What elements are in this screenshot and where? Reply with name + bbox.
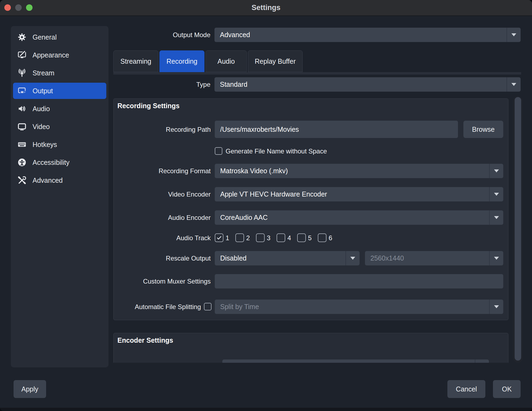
rescale-output-value: Disabled (215, 254, 345, 262)
gear-icon (17, 33, 27, 42)
sidebar-item-hotkeys[interactable]: Hotkeys (13, 136, 106, 153)
recording-path-label: Recording Path (114, 126, 211, 133)
audio-track-3-label: 3 (267, 234, 270, 242)
video-encoder-label: Video Encoder (114, 190, 211, 198)
chevron-down-icon (475, 359, 489, 363)
audio-encoder-select[interactable]: CoreAudio AAC (215, 210, 503, 225)
audio-encoder-value: CoreAudio AAC (215, 214, 489, 221)
antenna-icon (17, 68, 27, 78)
appearance-icon (17, 50, 27, 60)
chevron-down-icon (490, 300, 503, 314)
settings-window: Settings General Appearance Stream Outp (0, 0, 532, 411)
chevron-down-icon (507, 28, 521, 42)
monitor-icon (17, 122, 27, 131)
keyboard-icon (17, 140, 27, 149)
automatic-file-splitting-checkbox[interactable] (204, 303, 211, 310)
output-icon (17, 86, 27, 95)
sidebar-item-label: Appearance (33, 51, 69, 59)
recording-format-select[interactable]: Matroska Video (.mkv) (215, 164, 503, 178)
tab-audio[interactable]: Audio (206, 50, 247, 72)
split-mode-value: Split by Time (215, 303, 489, 311)
output-tabs: Streaming Recording Audio Replay Buffer (113, 50, 303, 72)
audio-track-6-checkbox[interactable] (318, 233, 326, 242)
chevron-down-icon (346, 251, 360, 265)
audio-track-1-checkbox[interactable] (215, 233, 223, 242)
sidebar-item-label: Video (33, 123, 50, 131)
sidebar-item-stream[interactable]: Stream (13, 64, 106, 82)
sidebar: General Appearance Stream Output Audio (11, 26, 108, 367)
audio-track-label: Audio Track (114, 234, 211, 242)
sidebar-item-general[interactable]: General (13, 28, 106, 46)
rescale-output-select[interactable]: Disabled (215, 251, 360, 265)
recording-format-label: Recording Format (114, 167, 211, 175)
chevron-down-icon (490, 210, 503, 225)
audio-track-5-checkbox[interactable] (297, 233, 306, 242)
encoder-setting-select[interactable] (222, 359, 489, 363)
browse-button[interactable]: Browse (463, 121, 503, 138)
scrollbar-thumb[interactable] (515, 97, 521, 361)
recording-settings-title: Recording Settings (117, 102, 180, 110)
sidebar-item-label: Hotkeys (33, 141, 57, 149)
chevron-down-icon (507, 77, 521, 92)
output-mode-label: Output Mode (114, 31, 210, 39)
rescale-resolution-select[interactable]: 2560x1440 (365, 251, 503, 265)
output-mode-select[interactable]: Advanced (214, 28, 521, 42)
audio-track-4-label: 4 (287, 234, 291, 242)
apply-button[interactable]: Apply (14, 380, 46, 398)
generate-file-name-checkbox[interactable] (215, 147, 222, 155)
sidebar-item-video[interactable]: Video (13, 118, 106, 136)
settings-scroll-area: Recording Settings Recording Path /Users… (113, 98, 508, 363)
tab-streaming[interactable]: Streaming (113, 50, 158, 72)
sidebar-item-label: Accessibility (33, 159, 69, 166)
window-bottom-edge (0, 408, 532, 411)
recording-format-value: Matroska Video (.mkv) (215, 167, 489, 175)
sidebar-item-audio[interactable]: Audio (13, 100, 106, 118)
automatic-file-splitting-label: Automatic File Splitting (114, 303, 201, 311)
encoder-settings-panel: Encoder Settings (113, 333, 508, 363)
rescale-resolution-value: 2560x1440 (365, 254, 489, 262)
audio-track-2-checkbox[interactable] (235, 233, 244, 242)
sidebar-item-advanced[interactable]: Advanced (13, 171, 106, 189)
sidebar-item-label: Audio (33, 105, 50, 113)
chevron-down-icon (490, 164, 503, 178)
sidebar-item-label: Stream (33, 69, 55, 77)
sidebar-item-output[interactable]: Output (13, 83, 106, 99)
titlebar: Settings (0, 0, 532, 16)
custom-muxer-label: Custom Muxer Settings (114, 277, 211, 285)
video-encoder-select[interactable]: Apple VT HEVC Hardware Encoder (215, 187, 503, 201)
audio-track-6-label: 6 (329, 234, 332, 242)
tabs-underline (113, 72, 521, 75)
sidebar-item-appearance[interactable]: Appearance (13, 46, 106, 64)
audio-track-4-checkbox[interactable] (277, 233, 285, 242)
tools-icon (17, 176, 27, 185)
audio-track-1-label: 1 (226, 234, 229, 242)
generate-file-name-label: Generate File Name without Space (226, 147, 327, 155)
type-select[interactable]: Standard (214, 77, 521, 92)
tab-replay-buffer[interactable]: Replay Buffer (248, 50, 303, 72)
ok-button[interactable]: OK (493, 380, 521, 398)
chevron-down-icon (490, 251, 503, 265)
check-icon (216, 235, 222, 241)
sidebar-item-label: Advanced (33, 176, 63, 184)
rescale-output-label: Rescale Output (114, 254, 211, 262)
video-encoder-value: Apple VT HEVC Hardware Encoder (215, 190, 489, 198)
chevron-down-icon (490, 187, 503, 201)
audio-track-2-label: 2 (246, 234, 250, 242)
sidebar-item-label: General (33, 33, 57, 41)
sidebar-item-label: Output (33, 87, 53, 95)
type-value: Standard (214, 81, 507, 88)
audio-track-3-checkbox[interactable] (256, 233, 265, 242)
tab-recording[interactable]: Recording (159, 50, 204, 72)
sidebar-item-accessibility[interactable]: Accessibility (13, 153, 106, 171)
audio-encoder-label: Audio Encoder (114, 214, 211, 221)
split-mode-select[interactable]: Split by Time (215, 300, 503, 314)
accessibility-icon (17, 158, 27, 167)
speaker-icon (17, 104, 27, 113)
recording-settings-panel: Recording Settings Recording Path /Users… (113, 98, 508, 320)
custom-muxer-input[interactable] (215, 274, 503, 288)
recording-path-input[interactable]: /Users/maxroberts/Movies (215, 121, 458, 138)
window-title: Settings (0, 0, 532, 15)
type-label: Type (114, 81, 210, 88)
output-mode-value: Advanced (214, 31, 507, 39)
cancel-button[interactable]: Cancel (447, 380, 485, 398)
